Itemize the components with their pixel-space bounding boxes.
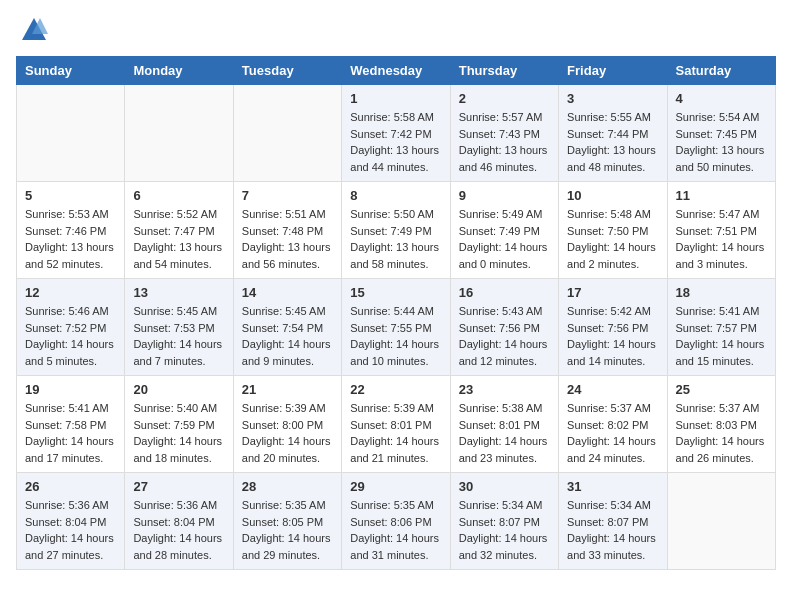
calendar-cell: 25Sunrise: 5:37 AMSunset: 8:03 PMDayligh… — [667, 376, 775, 473]
day-info: Sunrise: 5:40 AMSunset: 7:59 PMDaylight:… — [133, 400, 224, 466]
calendar-cell: 22Sunrise: 5:39 AMSunset: 8:01 PMDayligh… — [342, 376, 450, 473]
calendar-cell — [17, 85, 125, 182]
day-info: Sunrise: 5:57 AMSunset: 7:43 PMDaylight:… — [459, 109, 550, 175]
day-number: 18 — [676, 285, 767, 300]
day-info: Sunrise: 5:48 AMSunset: 7:50 PMDaylight:… — [567, 206, 658, 272]
day-number: 6 — [133, 188, 224, 203]
day-number: 3 — [567, 91, 658, 106]
day-number: 11 — [676, 188, 767, 203]
calendar-cell: 16Sunrise: 5:43 AMSunset: 7:56 PMDayligh… — [450, 279, 558, 376]
day-info: Sunrise: 5:34 AMSunset: 8:07 PMDaylight:… — [567, 497, 658, 563]
day-info: Sunrise: 5:39 AMSunset: 8:00 PMDaylight:… — [242, 400, 333, 466]
calendar-cell: 23Sunrise: 5:38 AMSunset: 8:01 PMDayligh… — [450, 376, 558, 473]
day-number: 24 — [567, 382, 658, 397]
calendar-cell: 31Sunrise: 5:34 AMSunset: 8:07 PMDayligh… — [559, 473, 667, 570]
header-wednesday: Wednesday — [342, 57, 450, 85]
day-number: 25 — [676, 382, 767, 397]
day-number: 2 — [459, 91, 550, 106]
calendar-week-row: 26Sunrise: 5:36 AMSunset: 8:04 PMDayligh… — [17, 473, 776, 570]
day-info: Sunrise: 5:39 AMSunset: 8:01 PMDaylight:… — [350, 400, 441, 466]
day-number: 13 — [133, 285, 224, 300]
day-info: Sunrise: 5:47 AMSunset: 7:51 PMDaylight:… — [676, 206, 767, 272]
calendar-cell: 26Sunrise: 5:36 AMSunset: 8:04 PMDayligh… — [17, 473, 125, 570]
day-number: 29 — [350, 479, 441, 494]
calendar-cell: 10Sunrise: 5:48 AMSunset: 7:50 PMDayligh… — [559, 182, 667, 279]
day-number: 4 — [676, 91, 767, 106]
calendar-week-row: 12Sunrise: 5:46 AMSunset: 7:52 PMDayligh… — [17, 279, 776, 376]
calendar-cell: 17Sunrise: 5:42 AMSunset: 7:56 PMDayligh… — [559, 279, 667, 376]
calendar-cell: 28Sunrise: 5:35 AMSunset: 8:05 PMDayligh… — [233, 473, 341, 570]
calendar-cell: 13Sunrise: 5:45 AMSunset: 7:53 PMDayligh… — [125, 279, 233, 376]
day-number: 19 — [25, 382, 116, 397]
day-number: 20 — [133, 382, 224, 397]
day-info: Sunrise: 5:37 AMSunset: 8:03 PMDaylight:… — [676, 400, 767, 466]
calendar-cell — [125, 85, 233, 182]
calendar-cell: 6Sunrise: 5:52 AMSunset: 7:47 PMDaylight… — [125, 182, 233, 279]
day-info: Sunrise: 5:55 AMSunset: 7:44 PMDaylight:… — [567, 109, 658, 175]
day-info: Sunrise: 5:43 AMSunset: 7:56 PMDaylight:… — [459, 303, 550, 369]
calendar-cell: 12Sunrise: 5:46 AMSunset: 7:52 PMDayligh… — [17, 279, 125, 376]
day-number: 21 — [242, 382, 333, 397]
day-number: 16 — [459, 285, 550, 300]
calendar-cell: 29Sunrise: 5:35 AMSunset: 8:06 PMDayligh… — [342, 473, 450, 570]
day-info: Sunrise: 5:53 AMSunset: 7:46 PMDaylight:… — [25, 206, 116, 272]
day-number: 31 — [567, 479, 658, 494]
calendar-cell: 7Sunrise: 5:51 AMSunset: 7:48 PMDaylight… — [233, 182, 341, 279]
calendar-cell: 19Sunrise: 5:41 AMSunset: 7:58 PMDayligh… — [17, 376, 125, 473]
day-info: Sunrise: 5:46 AMSunset: 7:52 PMDaylight:… — [25, 303, 116, 369]
calendar-cell: 5Sunrise: 5:53 AMSunset: 7:46 PMDaylight… — [17, 182, 125, 279]
calendar-cell: 14Sunrise: 5:45 AMSunset: 7:54 PMDayligh… — [233, 279, 341, 376]
calendar-header-row: SundayMondayTuesdayWednesdayThursdayFrid… — [17, 57, 776, 85]
calendar-cell — [667, 473, 775, 570]
day-number: 5 — [25, 188, 116, 203]
header-tuesday: Tuesday — [233, 57, 341, 85]
day-number: 30 — [459, 479, 550, 494]
day-info: Sunrise: 5:49 AMSunset: 7:49 PMDaylight:… — [459, 206, 550, 272]
day-number: 14 — [242, 285, 333, 300]
calendar-cell: 9Sunrise: 5:49 AMSunset: 7:49 PMDaylight… — [450, 182, 558, 279]
day-info: Sunrise: 5:45 AMSunset: 7:54 PMDaylight:… — [242, 303, 333, 369]
day-info: Sunrise: 5:44 AMSunset: 7:55 PMDaylight:… — [350, 303, 441, 369]
day-number: 7 — [242, 188, 333, 203]
header-friday: Friday — [559, 57, 667, 85]
logo-icon — [20, 16, 48, 44]
calendar-cell: 8Sunrise: 5:50 AMSunset: 7:49 PMDaylight… — [342, 182, 450, 279]
calendar-week-row: 5Sunrise: 5:53 AMSunset: 7:46 PMDaylight… — [17, 182, 776, 279]
day-number: 26 — [25, 479, 116, 494]
day-number: 10 — [567, 188, 658, 203]
logo — [16, 16, 48, 44]
header-sunday: Sunday — [17, 57, 125, 85]
day-info: Sunrise: 5:36 AMSunset: 8:04 PMDaylight:… — [133, 497, 224, 563]
day-info: Sunrise: 5:34 AMSunset: 8:07 PMDaylight:… — [459, 497, 550, 563]
day-info: Sunrise: 5:41 AMSunset: 7:58 PMDaylight:… — [25, 400, 116, 466]
day-info: Sunrise: 5:58 AMSunset: 7:42 PMDaylight:… — [350, 109, 441, 175]
calendar-cell: 2Sunrise: 5:57 AMSunset: 7:43 PMDaylight… — [450, 85, 558, 182]
day-number: 9 — [459, 188, 550, 203]
day-number: 23 — [459, 382, 550, 397]
calendar-cell: 20Sunrise: 5:40 AMSunset: 7:59 PMDayligh… — [125, 376, 233, 473]
day-info: Sunrise: 5:36 AMSunset: 8:04 PMDaylight:… — [25, 497, 116, 563]
day-number: 27 — [133, 479, 224, 494]
day-info: Sunrise: 5:45 AMSunset: 7:53 PMDaylight:… — [133, 303, 224, 369]
day-number: 15 — [350, 285, 441, 300]
day-number: 28 — [242, 479, 333, 494]
calendar-cell: 11Sunrise: 5:47 AMSunset: 7:51 PMDayligh… — [667, 182, 775, 279]
day-number: 22 — [350, 382, 441, 397]
calendar-cell: 4Sunrise: 5:54 AMSunset: 7:45 PMDaylight… — [667, 85, 775, 182]
calendar-cell: 27Sunrise: 5:36 AMSunset: 8:04 PMDayligh… — [125, 473, 233, 570]
header-monday: Monday — [125, 57, 233, 85]
day-number: 12 — [25, 285, 116, 300]
calendar-cell: 21Sunrise: 5:39 AMSunset: 8:00 PMDayligh… — [233, 376, 341, 473]
header-saturday: Saturday — [667, 57, 775, 85]
day-info: Sunrise: 5:41 AMSunset: 7:57 PMDaylight:… — [676, 303, 767, 369]
day-info: Sunrise: 5:38 AMSunset: 8:01 PMDaylight:… — [459, 400, 550, 466]
calendar-cell: 30Sunrise: 5:34 AMSunset: 8:07 PMDayligh… — [450, 473, 558, 570]
day-info: Sunrise: 5:42 AMSunset: 7:56 PMDaylight:… — [567, 303, 658, 369]
day-info: Sunrise: 5:35 AMSunset: 8:06 PMDaylight:… — [350, 497, 441, 563]
day-info: Sunrise: 5:35 AMSunset: 8:05 PMDaylight:… — [242, 497, 333, 563]
calendar-cell: 24Sunrise: 5:37 AMSunset: 8:02 PMDayligh… — [559, 376, 667, 473]
day-number: 1 — [350, 91, 441, 106]
day-number: 17 — [567, 285, 658, 300]
day-info: Sunrise: 5:54 AMSunset: 7:45 PMDaylight:… — [676, 109, 767, 175]
calendar-cell: 15Sunrise: 5:44 AMSunset: 7:55 PMDayligh… — [342, 279, 450, 376]
